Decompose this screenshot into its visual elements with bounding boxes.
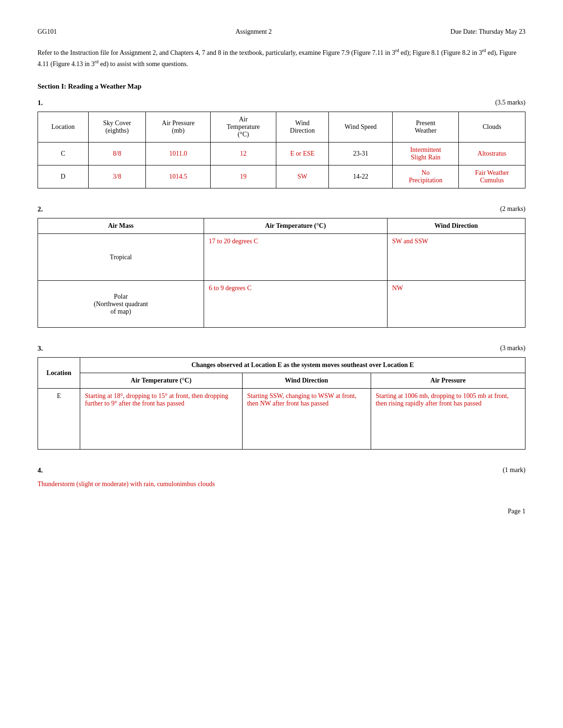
cell-weather-d: NoPrecipitation (393, 165, 459, 188)
page-number: Page 1 (38, 508, 525, 515)
col-air-pressure-q3: Air Pressure (371, 373, 525, 389)
col-air-pressure: Air Pressure(mb) (146, 112, 211, 143)
cell-pressure-d: 1014.5 (146, 165, 211, 188)
assignment-title: Assignment 2 (236, 28, 272, 36)
cell-tropical: Tropical (38, 234, 204, 281)
cell-pressure-e: Starting at 1006 mb, dropping to 1005 mb… (371, 389, 525, 450)
cell-temp-e: Starting at 18°, dropping to 15° at fron… (80, 389, 243, 450)
question-3-header: 3. (3 marks) (38, 345, 525, 353)
due-date: Due Date: Thursday May 23 (450, 28, 525, 36)
cell-sky-c: 8/8 (88, 143, 146, 165)
cell-location-e: E (38, 389, 80, 450)
cell-location-d: D (38, 165, 89, 188)
col-air-temp: AirTemperature(°C) (211, 112, 276, 143)
col-air-temp-q3: Air Temperature (°C) (80, 373, 243, 389)
cell-temp-polar: 6 to 9 degrees C (204, 281, 388, 328)
q1-table: Location Sky Cover(eighths) Air Pressure… (38, 112, 525, 188)
col-wind-dir: WindDirection (276, 112, 329, 143)
course-code: GG101 (38, 28, 57, 36)
table-row: Polar(Northwest quadrantof map) 6 to 9 d… (38, 281, 525, 328)
col-changes-header: Changes observed at Location E as the sy… (80, 358, 525, 373)
intro-paragraph: Refer to the Instruction file for Assign… (38, 47, 525, 69)
q3-marks: (3 marks) (500, 345, 525, 353)
q3-number: 3. (38, 345, 43, 353)
cell-polar: Polar(Northwest quadrantof map) (38, 281, 204, 328)
table-row: C 8/8 1011.0 12 E or ESE 23-31 Intermitt… (38, 143, 525, 165)
q4-marks: (1 mark) (502, 466, 525, 474)
cell-clouds-c: Altostratus (459, 143, 525, 165)
question-4-header: 4. (1 mark) (38, 466, 525, 474)
cell-temp-d: 19 (211, 165, 276, 188)
col-sky-cover: Sky Cover(eighths) (88, 112, 146, 143)
q4-number: 4. (38, 466, 43, 474)
col-present-weather: PresentWeather (393, 112, 459, 143)
cell-winddir-e: Starting SSW, changing to WSW at front, … (242, 389, 371, 450)
col-wind-dir-q3: Wind Direction (242, 373, 371, 389)
cell-winddir-polar: NW (387, 281, 525, 328)
table-row: D 3/8 1014.5 19 SW 14-22 NoPrecipitation… (38, 165, 525, 188)
question-3: 3. (3 marks) Location Changes observed a… (38, 345, 525, 450)
cell-weather-c: IntermittentSlight Rain (393, 143, 459, 165)
q1-marks: (3.5 marks) (495, 99, 525, 107)
cell-clouds-d: Fair WeatherCumulus (459, 165, 525, 188)
cell-sky-d: 3/8 (88, 165, 146, 188)
col-air-temp-q2: Air Temperature (°C) (204, 218, 388, 234)
q3-table: Location Changes observed at Location E … (38, 357, 525, 450)
section-title: Section I: Reading a Weather Map (38, 83, 525, 90)
cell-temp-c: 12 (211, 143, 276, 165)
q2-marks: (2 marks) (500, 205, 525, 213)
cell-location-c: C (38, 143, 89, 165)
question-1: 1. (3.5 marks) Location Sky Cover(eighth… (38, 99, 525, 188)
cell-temp-tropical: 17 to 20 degrees C (204, 234, 388, 281)
table-row: E Starting at 18°, dropping to 15° at fr… (38, 389, 525, 450)
col-location: Location (38, 112, 89, 143)
question-4: 4. (1 mark) Thunderstorm (slight or mode… (38, 466, 525, 489)
cell-windspeed-c: 23-31 (329, 143, 393, 165)
table-row: Tropical 17 to 20 degrees C SW and SSW (38, 234, 525, 281)
q1-number: 1. (38, 99, 43, 107)
col-wind-speed: Wind Speed (329, 112, 393, 143)
cell-pressure-c: 1011.0 (146, 143, 211, 165)
question-1-header: 1. (3.5 marks) (38, 99, 525, 107)
col-wind-dir-q2: Wind Direction (387, 218, 525, 234)
cell-windspeed-d: 14-22 (329, 165, 393, 188)
question-2: 2. (2 marks) Air Mass Air Temperature (°… (38, 205, 525, 328)
cell-winddir-c: E or ESE (276, 143, 329, 165)
page-header: GG101 Assignment 2 Due Date: Thursday Ma… (38, 28, 525, 36)
col-air-mass: Air Mass (38, 218, 204, 234)
q4-answer: Thunderstorm (slight or moderate) with r… (38, 479, 525, 489)
col-clouds: Clouds (459, 112, 525, 143)
question-2-header: 2. (2 marks) (38, 205, 525, 213)
q2-table: Air Mass Air Temperature (°C) Wind Direc… (38, 218, 525, 328)
q2-number: 2. (38, 205, 43, 213)
cell-winddir-tropical: SW and SSW (387, 234, 525, 281)
cell-winddir-d: SW (276, 165, 329, 188)
col-location-q3: Location (38, 358, 80, 389)
